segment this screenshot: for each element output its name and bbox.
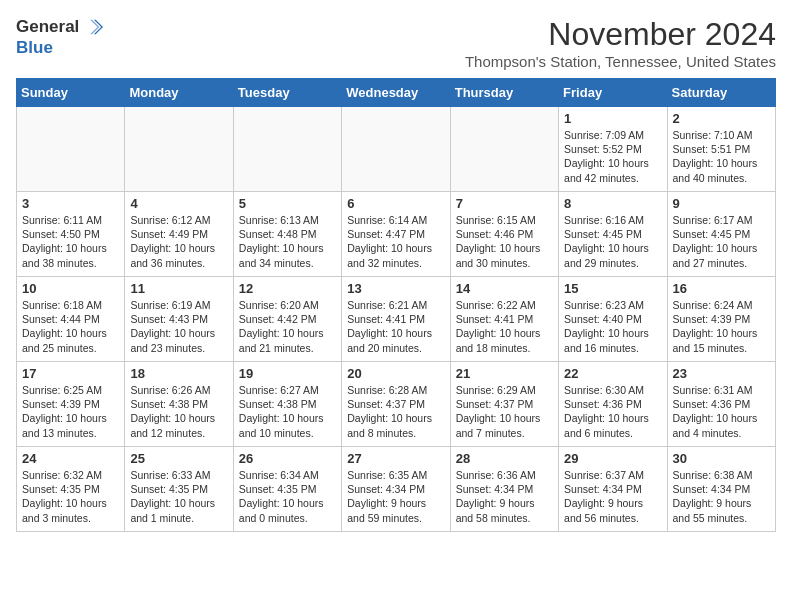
- calendar-cell: 8Sunrise: 6:16 AMSunset: 4:45 PMDaylight…: [559, 192, 667, 277]
- cell-details: Sunrise: 6:18 AMSunset: 4:44 PMDaylight:…: [22, 298, 119, 355]
- calendar-cell: 23Sunrise: 6:31 AMSunset: 4:36 PMDayligh…: [667, 362, 775, 447]
- calendar-cell: [233, 107, 341, 192]
- calendar-cell: [17, 107, 125, 192]
- cell-details: Sunrise: 6:30 AMSunset: 4:36 PMDaylight:…: [564, 383, 661, 440]
- day-number: 26: [239, 451, 336, 466]
- calendar-week-row: 1Sunrise: 7:09 AMSunset: 5:52 PMDaylight…: [17, 107, 776, 192]
- calendar-cell: 9Sunrise: 6:17 AMSunset: 4:45 PMDaylight…: [667, 192, 775, 277]
- calendar-cell: 22Sunrise: 6:30 AMSunset: 4:36 PMDayligh…: [559, 362, 667, 447]
- day-number: 22: [564, 366, 661, 381]
- day-number: 9: [673, 196, 770, 211]
- day-number: 10: [22, 281, 119, 296]
- calendar-cell: [450, 107, 558, 192]
- day-number: 3: [22, 196, 119, 211]
- day-number: 27: [347, 451, 444, 466]
- calendar-cell: 11Sunrise: 6:19 AMSunset: 4:43 PMDayligh…: [125, 277, 233, 362]
- day-number: 7: [456, 196, 553, 211]
- calendar-cell: 25Sunrise: 6:33 AMSunset: 4:35 PMDayligh…: [125, 447, 233, 532]
- calendar-cell: 6Sunrise: 6:14 AMSunset: 4:47 PMDaylight…: [342, 192, 450, 277]
- calendar-cell: 16Sunrise: 6:24 AMSunset: 4:39 PMDayligh…: [667, 277, 775, 362]
- calendar-cell: 5Sunrise: 6:13 AMSunset: 4:48 PMDaylight…: [233, 192, 341, 277]
- cell-details: Sunrise: 6:11 AMSunset: 4:50 PMDaylight:…: [22, 213, 119, 270]
- cell-details: Sunrise: 6:21 AMSunset: 4:41 PMDaylight:…: [347, 298, 444, 355]
- cell-details: Sunrise: 6:36 AMSunset: 4:34 PMDaylight:…: [456, 468, 553, 525]
- calendar-cell: 29Sunrise: 6:37 AMSunset: 4:34 PMDayligh…: [559, 447, 667, 532]
- day-number: 1: [564, 111, 661, 126]
- column-header-friday: Friday: [559, 79, 667, 107]
- calendar-cell: 19Sunrise: 6:27 AMSunset: 4:38 PMDayligh…: [233, 362, 341, 447]
- cell-details: Sunrise: 6:12 AMSunset: 4:49 PMDaylight:…: [130, 213, 227, 270]
- day-number: 30: [673, 451, 770, 466]
- cell-details: Sunrise: 7:10 AMSunset: 5:51 PMDaylight:…: [673, 128, 770, 185]
- calendar-week-row: 17Sunrise: 6:25 AMSunset: 4:39 PMDayligh…: [17, 362, 776, 447]
- day-number: 18: [130, 366, 227, 381]
- title-section: November 2024 Thompson's Station, Tennes…: [465, 16, 776, 70]
- cell-details: Sunrise: 6:27 AMSunset: 4:38 PMDaylight:…: [239, 383, 336, 440]
- cell-details: Sunrise: 6:29 AMSunset: 4:37 PMDaylight:…: [456, 383, 553, 440]
- calendar-cell: 20Sunrise: 6:28 AMSunset: 4:37 PMDayligh…: [342, 362, 450, 447]
- cell-details: Sunrise: 6:17 AMSunset: 4:45 PMDaylight:…: [673, 213, 770, 270]
- calendar-cell: 24Sunrise: 6:32 AMSunset: 4:35 PMDayligh…: [17, 447, 125, 532]
- calendar-cell: 15Sunrise: 6:23 AMSunset: 4:40 PMDayligh…: [559, 277, 667, 362]
- day-number: 21: [456, 366, 553, 381]
- column-header-thursday: Thursday: [450, 79, 558, 107]
- day-number: 17: [22, 366, 119, 381]
- day-number: 23: [673, 366, 770, 381]
- day-number: 20: [347, 366, 444, 381]
- logo-general: General: [16, 17, 79, 37]
- calendar-cell: 26Sunrise: 6:34 AMSunset: 4:35 PMDayligh…: [233, 447, 341, 532]
- cell-details: Sunrise: 6:15 AMSunset: 4:46 PMDaylight:…: [456, 213, 553, 270]
- header: General Blue November 2024 Thompson's St…: [16, 16, 776, 70]
- logo: General Blue: [16, 16, 103, 58]
- calendar-cell: 12Sunrise: 6:20 AMSunset: 4:42 PMDayligh…: [233, 277, 341, 362]
- calendar-cell: 7Sunrise: 6:15 AMSunset: 4:46 PMDaylight…: [450, 192, 558, 277]
- calendar-cell: 10Sunrise: 6:18 AMSunset: 4:44 PMDayligh…: [17, 277, 125, 362]
- calendar-cell: 14Sunrise: 6:22 AMSunset: 4:41 PMDayligh…: [450, 277, 558, 362]
- calendar-header-row: SundayMondayTuesdayWednesdayThursdayFrid…: [17, 79, 776, 107]
- cell-details: Sunrise: 6:31 AMSunset: 4:36 PMDaylight:…: [673, 383, 770, 440]
- calendar-cell: 1Sunrise: 7:09 AMSunset: 5:52 PMDaylight…: [559, 107, 667, 192]
- column-header-wednesday: Wednesday: [342, 79, 450, 107]
- cell-details: Sunrise: 6:37 AMSunset: 4:34 PMDaylight:…: [564, 468, 661, 525]
- cell-details: Sunrise: 6:26 AMSunset: 4:38 PMDaylight:…: [130, 383, 227, 440]
- day-number: 8: [564, 196, 661, 211]
- cell-details: Sunrise: 6:28 AMSunset: 4:37 PMDaylight:…: [347, 383, 444, 440]
- day-number: 16: [673, 281, 770, 296]
- day-number: 25: [130, 451, 227, 466]
- column-header-monday: Monday: [125, 79, 233, 107]
- cell-details: Sunrise: 6:25 AMSunset: 4:39 PMDaylight:…: [22, 383, 119, 440]
- cell-details: Sunrise: 6:19 AMSunset: 4:43 PMDaylight:…: [130, 298, 227, 355]
- day-number: 13: [347, 281, 444, 296]
- cell-details: Sunrise: 6:35 AMSunset: 4:34 PMDaylight:…: [347, 468, 444, 525]
- logo-blue: Blue: [16, 38, 53, 58]
- calendar-cell: 18Sunrise: 6:26 AMSunset: 4:38 PMDayligh…: [125, 362, 233, 447]
- day-number: 12: [239, 281, 336, 296]
- cell-details: Sunrise: 6:22 AMSunset: 4:41 PMDaylight:…: [456, 298, 553, 355]
- calendar-week-row: 24Sunrise: 6:32 AMSunset: 4:35 PMDayligh…: [17, 447, 776, 532]
- calendar-cell: 28Sunrise: 6:36 AMSunset: 4:34 PMDayligh…: [450, 447, 558, 532]
- column-header-tuesday: Tuesday: [233, 79, 341, 107]
- month-title: November 2024: [465, 16, 776, 53]
- svg-marker-1: [90, 20, 99, 35]
- calendar-cell: 21Sunrise: 6:29 AMSunset: 4:37 PMDayligh…: [450, 362, 558, 447]
- day-number: 28: [456, 451, 553, 466]
- cell-details: Sunrise: 6:24 AMSunset: 4:39 PMDaylight:…: [673, 298, 770, 355]
- calendar-cell: [342, 107, 450, 192]
- calendar-cell: 2Sunrise: 7:10 AMSunset: 5:51 PMDaylight…: [667, 107, 775, 192]
- cell-details: Sunrise: 7:09 AMSunset: 5:52 PMDaylight:…: [564, 128, 661, 185]
- day-number: 14: [456, 281, 553, 296]
- day-number: 2: [673, 111, 770, 126]
- calendar-cell: 17Sunrise: 6:25 AMSunset: 4:39 PMDayligh…: [17, 362, 125, 447]
- day-number: 15: [564, 281, 661, 296]
- column-header-saturday: Saturday: [667, 79, 775, 107]
- calendar-table: SundayMondayTuesdayWednesdayThursdayFrid…: [16, 78, 776, 532]
- calendar-cell: 3Sunrise: 6:11 AMSunset: 4:50 PMDaylight…: [17, 192, 125, 277]
- day-number: 19: [239, 366, 336, 381]
- cell-details: Sunrise: 6:20 AMSunset: 4:42 PMDaylight:…: [239, 298, 336, 355]
- calendar-cell: 13Sunrise: 6:21 AMSunset: 4:41 PMDayligh…: [342, 277, 450, 362]
- calendar-week-row: 10Sunrise: 6:18 AMSunset: 4:44 PMDayligh…: [17, 277, 776, 362]
- day-number: 4: [130, 196, 227, 211]
- cell-details: Sunrise: 6:33 AMSunset: 4:35 PMDaylight:…: [130, 468, 227, 525]
- calendar-cell: 4Sunrise: 6:12 AMSunset: 4:49 PMDaylight…: [125, 192, 233, 277]
- calendar-week-row: 3Sunrise: 6:11 AMSunset: 4:50 PMDaylight…: [17, 192, 776, 277]
